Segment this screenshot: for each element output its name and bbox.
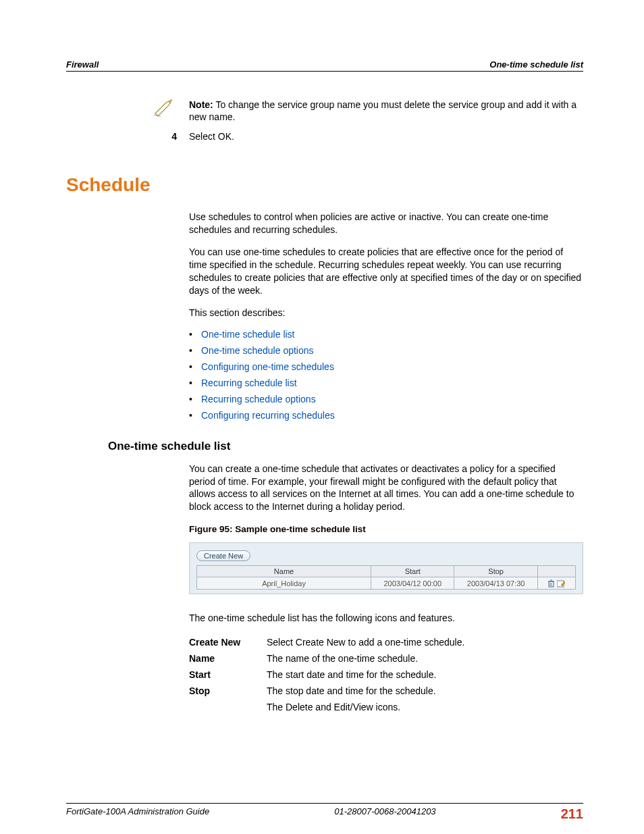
paragraph: You can create a one-time schedule that …	[189, 463, 583, 514]
page-number: 211	[561, 806, 583, 822]
list-item: •Recurring schedule options	[189, 394, 583, 405]
feature-key: Start	[189, 667, 267, 683]
link-one-time-sched-list[interactable]: One-time schedule list	[201, 329, 295, 340]
list-item: •One-time schedule list	[189, 329, 583, 340]
delete-icon[interactable]	[547, 579, 555, 588]
cell-start: 2003/04/12 00:00	[371, 577, 454, 590]
step-row: 4 Select OK.	[153, 131, 583, 142]
step-number: 4	[153, 131, 177, 142]
create-new-button[interactable]: Create New	[196, 550, 250, 561]
cell-name: April_Holiday	[197, 577, 371, 590]
heading-schedule: Schedule	[66, 174, 583, 196]
link-recurring-options[interactable]: Recurring schedule options	[201, 394, 316, 405]
feature-row: The Delete and Edit/View icons.	[189, 699, 464, 715]
cell-actions	[537, 577, 575, 590]
feature-row: Create New Select Create New to add a on…	[189, 634, 464, 650]
link-config-one-time[interactable]: Configuring one-time schedules	[201, 361, 334, 372]
paragraph: You can use one-time schedules to create…	[189, 246, 583, 297]
step-text: Select OK.	[189, 131, 234, 142]
sample-screenshot: Create New Name Start Stop April_Holiday…	[189, 542, 583, 594]
note-icon	[153, 99, 177, 120]
feature-table: Create New Select Create New to add a on…	[189, 634, 464, 715]
feature-val: The name of the one-time schedule.	[267, 650, 464, 667]
note-block: Note: To change the service group name y…	[153, 99, 583, 123]
note-text: Note: To change the service group name y…	[189, 99, 583, 123]
subheading-one-time: One-time schedule list	[108, 440, 583, 453]
paragraph: The one-time schedule list has the follo…	[189, 612, 583, 625]
header-left: Firewall	[66, 59, 99, 70]
footer-left: FortiGate-100A Administration Guide	[66, 806, 209, 822]
feature-val: The stop date and time for the schedule.	[267, 683, 464, 699]
feature-row: Name The name of the one-time schedule.	[189, 650, 464, 667]
col-start: Start	[371, 566, 454, 577]
link-one-time-sched-options[interactable]: One-time schedule options	[201, 345, 314, 356]
list-item: •One-time schedule options	[189, 345, 583, 356]
col-stop: Stop	[454, 566, 537, 577]
paragraph: This section describes:	[189, 307, 583, 319]
feature-key: Stop	[189, 683, 267, 699]
link-config-recurring[interactable]: Configuring recurring schedules	[201, 410, 335, 421]
header-right: One-time schedule list	[489, 59, 583, 70]
col-actions	[537, 566, 575, 577]
feature-key: Create New	[189, 634, 267, 650]
running-header: Firewall One-time schedule list	[66, 59, 583, 72]
paragraph: Use schedules to control when policies a…	[189, 211, 583, 236]
feature-val: The Delete and Edit/View icons.	[267, 699, 464, 715]
feature-row: Stop The stop date and time for the sche…	[189, 683, 464, 699]
running-footer: FortiGate-100A Administration Guide 01-2…	[66, 803, 583, 822]
feature-key	[189, 699, 267, 715]
figure-caption: Figure 95: Sample one-time schedule list	[189, 524, 583, 534]
cell-stop: 2003/04/13 07:30	[454, 577, 537, 590]
feature-val: The start date and time for the schedule…	[267, 667, 464, 683]
table-header-row: Name Start Stop	[197, 566, 576, 577]
edit-icon[interactable]	[557, 579, 565, 588]
feature-val: Select Create New to add a one-time sche…	[267, 634, 464, 650]
list-item: •Configuring one-time schedules	[189, 361, 583, 372]
feature-row: Start The start date and time for the sc…	[189, 667, 464, 683]
link-recurring-list[interactable]: Recurring schedule list	[201, 377, 297, 388]
footer-mid: 01-28007-0068-20041203	[334, 806, 435, 822]
list-item: •Configuring recurring schedules	[189, 410, 583, 421]
schedule-table: Name Start Stop April_Holiday 2003/04/12…	[196, 565, 576, 590]
svg-rect-0	[549, 581, 554, 587]
col-name: Name	[197, 566, 371, 577]
list-item: •Recurring schedule list	[189, 377, 583, 388]
table-row: April_Holiday 2003/04/12 00:00 2003/04/1…	[197, 577, 576, 590]
feature-key: Name	[189, 650, 267, 667]
link-list: •One-time schedule list •One-time schedu…	[189, 329, 583, 421]
